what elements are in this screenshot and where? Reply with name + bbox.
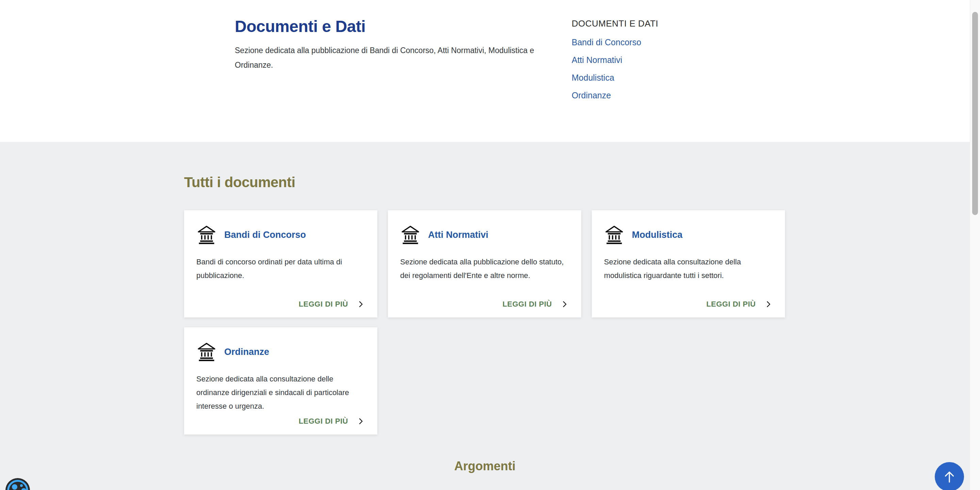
read-more-label: LEGGI DI PIÙ	[299, 300, 348, 309]
read-more-label: LEGGI DI PIÙ	[299, 417, 348, 426]
page-title: Documenti e Dati	[235, 17, 562, 36]
card-ordinanze: Ordinanze Sezione dedicata alla consulta…	[184, 327, 377, 434]
bank-icon	[604, 224, 624, 245]
cards-grid: Bandi di Concorso Bandi di concorso ordi…	[184, 210, 786, 434]
read-more-label: LEGGI DI PIÙ	[503, 300, 552, 309]
card-description: Bandi di concorso ordinati per data ulti…	[196, 255, 365, 282]
content-area: Documenti e Dati Sezione dedicata alla p…	[0, 0, 970, 490]
accessibility-widget-icon[interactable]	[5, 477, 31, 490]
index-link-atti-normativi[interactable]: Atti Normativi	[572, 56, 762, 65]
topics-heading: Argomenti	[184, 459, 786, 473]
card-description: Sezione dedicata alla consultazione dell…	[604, 255, 773, 282]
index-link-ordinanze[interactable]: Ordinanze	[572, 91, 762, 100]
chevron-right-icon	[356, 300, 365, 309]
read-more-link[interactable]: LEGGI DI PIÙ	[706, 300, 773, 309]
card-title[interactable]: Ordinanze	[224, 347, 269, 357]
card-title[interactable]: Atti Normativi	[428, 230, 488, 240]
bank-icon	[196, 342, 217, 362]
documents-section: Tutti i documenti	[0, 142, 970, 490]
section-index-nav: DOCUMENTI E DATI Bandi di Concorso Atti …	[572, 17, 762, 108]
chevron-right-icon	[560, 300, 569, 309]
hero-section: Documenti e Dati Sezione dedicata alla p…	[0, 0, 970, 142]
scroll-to-top-button[interactable]	[935, 462, 964, 490]
read-more-label: LEGGI DI PIÙ	[706, 300, 756, 309]
read-more-link[interactable]: LEGGI DI PIÙ	[299, 417, 365, 426]
scrollbar-track[interactable]	[970, 0, 980, 490]
bank-icon	[400, 224, 421, 245]
documents-heading: Tutti i documenti	[184, 174, 786, 191]
scrollbar-thumb[interactable]	[972, 12, 978, 215]
card-modulistica: Modulistica Sezione dedicata alla consul…	[592, 210, 785, 318]
chevron-right-icon	[356, 417, 365, 426]
page-description: Sezione dedicata alla pubblicazione di B…	[235, 43, 562, 73]
card-title[interactable]: Bandi di Concorso	[224, 230, 306, 240]
chevron-right-icon	[764, 300, 773, 309]
index-link-modulistica[interactable]: Modulistica	[572, 73, 762, 82]
index-link-bandi-di-concorso[interactable]: Bandi di Concorso	[572, 38, 762, 47]
bank-icon	[196, 224, 217, 245]
card-description: Sezione dedicata alla pubblicazione dell…	[400, 255, 569, 282]
read-more-link[interactable]: LEGGI DI PIÙ	[503, 300, 569, 309]
page: Documenti e Dati Sezione dedicata alla p…	[0, 0, 980, 490]
card-description: Sezione dedicata alla consultazione dell…	[196, 372, 365, 413]
card-title[interactable]: Modulistica	[632, 230, 682, 240]
arrow-up-icon	[941, 468, 958, 485]
card-atti-normativi: Atti Normativi Sezione dedicata alla pub…	[388, 210, 581, 318]
read-more-link[interactable]: LEGGI DI PIÙ	[299, 300, 365, 309]
index-heading: DOCUMENTI E DATI	[572, 18, 762, 29]
card-bandi-di-concorso: Bandi di Concorso Bandi di concorso ordi…	[184, 210, 377, 318]
